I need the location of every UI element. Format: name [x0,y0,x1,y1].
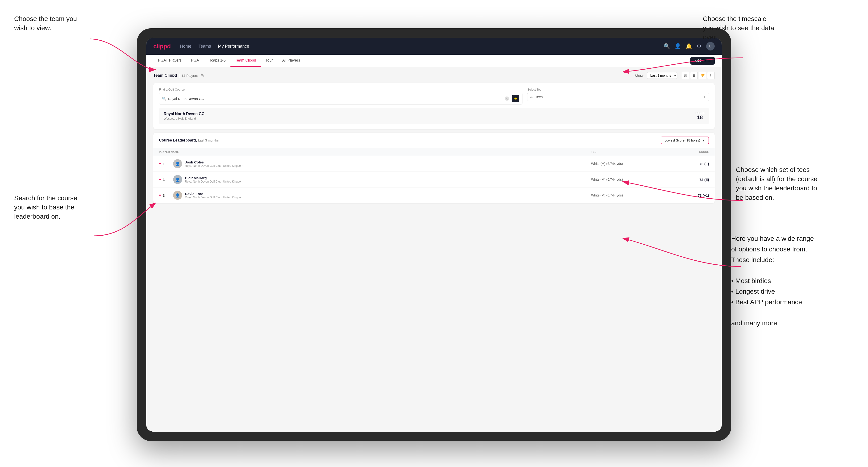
tee-section: Select Tee All Tees ▼ [527,88,709,104]
annotation-bottom-right: Here you have a wide range of options to… [731,234,821,329]
edit-team-icon[interactable]: ✎ [200,73,204,78]
rank-cell-1: ♥ 1 [159,162,173,166]
search-card-row: Find a Golf Course 🔍 Royal North Devon G… [159,88,709,104]
tab-pga[interactable]: PGA [186,55,204,67]
score-type-select[interactable]: Lowest Score (18 holes) ▼ [661,136,709,144]
score-cell-3: 73 (+1) [662,193,709,197]
rank-cell-2: ♥ 1 [159,178,173,182]
player-club-3: Royal North Devon Golf Club, United King… [185,196,243,199]
holes-number: 18 [695,115,704,121]
player-club-1: Royal North Devon Golf Club, United King… [185,164,243,167]
player-name-3: David Ford [185,192,243,196]
grid-view-button[interactable]: ▧ [682,72,689,79]
course-search-input[interactable]: Royal North Devon GC [168,97,503,101]
team-title: Team Clippd | 14 Players ✎ [153,73,204,78]
people-icon[interactable]: 👤 [675,43,681,49]
find-golf-course-label: Find a Golf Course [159,88,522,91]
annotation-bottom-left-text: Search for the course you wish to base t… [14,194,78,220]
annotation-top-left: Choose the team you wish to view. [14,14,80,33]
sub-nav: PGAT Players PGA Hcaps 1-5 Team Clippd T… [146,55,722,67]
leaderboard-card: Course Leaderboard, Last 3 months Lowest… [153,133,715,203]
player-details-1: Josh Coles Royal North Devon Golf Club, … [185,160,243,167]
col-header-tee: TEE [591,151,662,153]
score-type-label: Lowest Score (18 holes) [664,138,700,142]
annotation-top-right-text: Choose the timescale you wish to see the… [703,15,774,41]
course-info: Royal North Devon GC Westward Ho!, Engla… [164,112,204,120]
player-avatar-3: 👤 [173,191,182,200]
annotation-middle-right-text: Choose which set of tees (default is all… [736,166,817,201]
download-button[interactable]: ⇩ [707,72,715,79]
rank-num-3: 3 [163,193,165,197]
show-label: Show: [634,73,644,77]
table-row: ♥ 1 👤 Blair McHarg Royal North Devon Gol… [153,172,715,187]
annotation-bottom-left: Search for the course you wish to base t… [14,193,80,221]
course-search-wrapper: 🔍 Royal North Devon GC ✕ ★ [159,93,522,104]
trophy-view-button[interactable]: 🏆 [699,72,706,79]
tab-team-clippd[interactable]: Team Clippd [230,55,261,67]
settings-icon[interactable]: ⚙ [697,43,702,49]
table-row: ♥ 3 👤 David Ford Royal North Devon Golf … [153,187,715,203]
search-icon[interactable]: 🔍 [663,43,670,49]
leaderboard-title: Course Leaderboard, Last 3 months [159,138,219,143]
player-info-1: 👤 Josh Coles Royal North Devon Golf Club… [173,159,591,168]
heart-icon-1: ♥ [159,162,161,165]
tab-all-players[interactable]: All Players [278,55,305,67]
tab-tour[interactable]: Tour [261,55,278,67]
user-avatar[interactable]: U [706,42,715,51]
score-type-arrow: ▼ [702,138,705,142]
player-avatar-2: 👤 [173,175,182,184]
table-row: ♥ 1 👤 Josh Coles Royal North Devon Golf … [153,156,715,172]
nav-my-performance[interactable]: My Performance [218,44,249,49]
table-header-row: PLAYER NAME TEE SCORE [153,148,715,156]
search-clear-button[interactable]: ✕ [505,96,509,101]
top-nav: clippd Home Teams My Performance 🔍 👤 🔔 ⚙… [146,38,722,55]
leaderboard-table: PLAYER NAME TEE SCORE ♥ 1 👤 J [153,148,715,203]
heart-icon-2: ♥ [159,178,161,181]
player-count: | 14 Players [180,73,198,77]
nav-teams[interactable]: Teams [198,44,211,49]
score-cell-2: 72 (E) [662,178,709,182]
player-name-2: Blair McHarg [185,176,243,180]
tab-hcaps[interactable]: Hcaps 1-5 [204,55,230,67]
holes-label: Holes [695,112,704,115]
leaderboard-header: Course Leaderboard, Last 3 months Lowest… [153,133,715,148]
leaderboard-subtitle: Last 3 months [198,138,219,142]
nav-home[interactable]: Home [180,44,191,49]
add-team-button[interactable]: Add Team [690,57,715,65]
course-location: Westward Ho!, England [164,117,204,120]
course-result: Royal North Devon GC Westward Ho!, Engla… [159,108,709,124]
tee-cell-3: White (M) (6,744 yds) [591,193,662,197]
annotation-top-right: Choose the timescale you wish to see the… [703,14,778,42]
main-content: Team Clippd | 14 Players ✎ Show: Last 3 … [146,67,722,432]
tee-select-wrapper[interactable]: All Tees ▼ [527,93,709,101]
col-header-player: PLAYER NAME [159,151,591,153]
view-icons: ▧ ☷ 🏆 ⇩ [682,72,715,79]
tab-pgat-players[interactable]: PGAT Players [153,55,186,67]
leaderboard-title-text: Course Leaderboard, [159,138,197,142]
score-cell-1: 72 (E) [662,162,709,166]
rank-cell-3: ♥ 3 [159,193,173,197]
tee-cell-1: White (M) (6,744 yds) [591,162,662,165]
team-name-label: Team Clippd [153,73,177,78]
course-search-icon: 🔍 [162,97,166,100]
bell-icon[interactable]: 🔔 [686,43,692,49]
search-card: Find a Golf Course 🔍 Royal North Devon G… [153,83,715,129]
player-info-2: 👤 Blair McHarg Royal North Devon Golf Cl… [173,175,591,184]
rank-num-1: 1 [163,162,165,166]
col-header-score: SCORE [662,151,709,153]
annotation-top-left-text: Choose the team you wish to view. [14,15,77,32]
nav-right: 🔍 👤 🔔 ⚙ U [663,42,715,51]
rank-num-2: 1 [163,178,165,182]
annotation-middle-right: Choose which set of tees (default is all… [736,165,821,202]
tee-select-value: All Tees [530,95,542,99]
nav-links: Home Teams My Performance [180,44,249,49]
player-club-2: Royal North Devon Golf Club, United King… [185,180,243,183]
timescale-select[interactable]: Last 3 months [647,72,677,79]
favourite-button[interactable]: ★ [512,95,519,102]
search-section: Find a Golf Course 🔍 Royal North Devon G… [159,88,522,104]
player-details-3: David Ford Royal North Devon Golf Club, … [185,192,243,199]
holes-badge: Holes 18 [695,112,704,121]
team-header: Team Clippd | 14 Players ✎ Show: Last 3 … [153,72,715,79]
course-name: Royal North Devon GC [164,112,204,116]
list-view-button[interactable]: ☷ [690,72,698,79]
